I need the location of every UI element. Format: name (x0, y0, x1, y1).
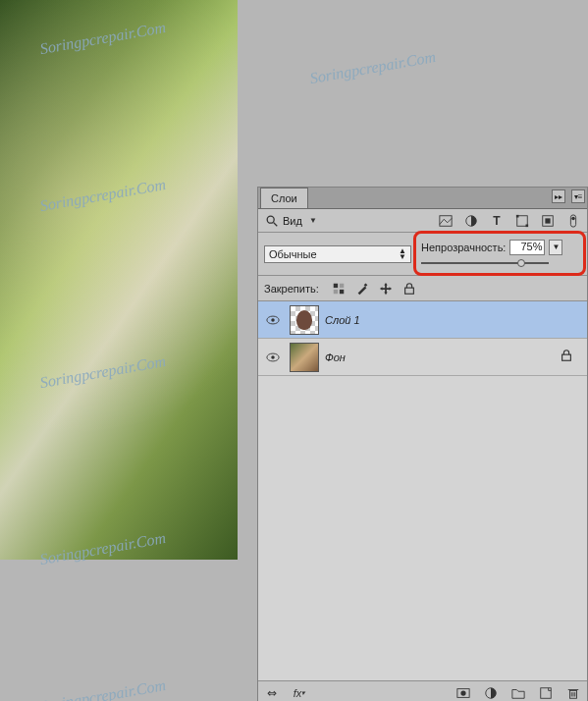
image-filter-icon[interactable] (438, 213, 454, 229)
filter-toggle-icon[interactable] (565, 213, 581, 229)
lock-brush-icon[interactable] (354, 281, 370, 297)
layer-row[interactable]: Слой 1 (258, 301, 587, 339)
magnifier-icon[interactable] (264, 213, 280, 229)
lock-all-icon[interactable] (401, 281, 417, 297)
lock-move-icon[interactable] (378, 281, 394, 297)
new-layer-icon[interactable] (538, 685, 554, 701)
opacity-slider[interactable] (421, 257, 549, 269)
layer-thumbnail[interactable] (290, 343, 319, 372)
layers-empty-area[interactable] (258, 376, 587, 680)
watermark: Soringpcrepair.Com (308, 48, 437, 87)
fx-icon[interactable]: fx▾ (292, 685, 307, 701)
svg-rect-15 (363, 283, 367, 287)
adjustment-icon[interactable] (483, 685, 499, 701)
adjust-filter-icon[interactable] (463, 213, 479, 229)
svg-rect-12 (340, 283, 344, 287)
svg-rect-16 (404, 288, 413, 294)
svg-rect-21 (562, 354, 571, 360)
panel-footer: ⇔ fx▾ (258, 680, 587, 701)
opacity-dropdown-icon[interactable]: ▼ (549, 240, 562, 255)
tab-layers-label: Слои (271, 192, 297, 204)
layer-row[interactable]: Фон (258, 339, 587, 376)
layer-name-label[interactable]: Фон (325, 351, 346, 363)
layer-filter-row: Вид ▼ T (258, 209, 587, 233)
document-image[interactable] (0, 0, 238, 560)
svg-point-10 (571, 216, 575, 220)
lock-pixels-icon[interactable] (331, 281, 347, 297)
opacity-slider-thumb[interactable] (517, 259, 525, 267)
lock-label: Закрепить: (264, 283, 319, 295)
svg-point-23 (460, 690, 465, 695)
svg-line-1 (274, 222, 278, 226)
visibility-eye-icon[interactable] (265, 312, 281, 328)
svg-rect-14 (340, 289, 344, 293)
svg-rect-11 (334, 283, 338, 287)
tab-layers[interactable]: Слои (260, 188, 308, 208)
svg-point-20 (271, 355, 275, 359)
text-filter-icon[interactable]: T (489, 213, 505, 229)
shape-filter-icon[interactable] (514, 213, 530, 229)
layer-thumbnail[interactable] (290, 305, 319, 335)
filter-kind-label[interactable]: Вид (283, 215, 302, 227)
svg-rect-6 (526, 224, 529, 227)
visibility-eye-icon[interactable] (265, 350, 281, 365)
select-arrows-icon: ▲▼ (399, 248, 406, 260)
layers-panel: Слои ▸▸ ▾≡ Вид ▼ T Обычные ▲▼ (257, 187, 588, 701)
opacity-label: Непрозрачность: (421, 242, 506, 253)
opacity-input[interactable]: 75% (509, 240, 545, 255)
panel-menu-icon[interactable]: ▾≡ (571, 189, 585, 203)
svg-point-18 (271, 318, 275, 322)
collapse-icon[interactable]: ▸▸ (552, 189, 565, 203)
svg-point-0 (267, 216, 274, 223)
panel-tab-bar: Слои ▸▸ ▾≡ (258, 188, 587, 209)
layers-list: Слой 1 Фон (258, 301, 587, 680)
layer-name-label[interactable]: Слой 1 (325, 314, 360, 326)
blend-mode-value: Обычные (269, 248, 317, 260)
chevron-down-icon[interactable]: ▼ (305, 213, 321, 229)
canvas-area[interactable] (0, 0, 257, 701)
lock-row: Закрепить: (258, 276, 587, 301)
trash-icon[interactable] (565, 685, 581, 701)
svg-rect-25 (541, 687, 552, 698)
mask-icon[interactable] (455, 685, 471, 701)
svg-rect-8 (545, 218, 550, 223)
svg-rect-13 (334, 289, 338, 293)
blend-opacity-row: Обычные ▲▼ Непрозрачность: 75% ▼ (258, 233, 587, 276)
layer-locked-icon[interactable] (560, 349, 573, 365)
blend-mode-select[interactable]: Обычные ▲▼ (264, 245, 411, 263)
svg-rect-5 (516, 214, 519, 217)
link-icon[interactable]: ⇔ (264, 685, 280, 701)
smart-filter-icon[interactable] (540, 213, 556, 229)
group-icon[interactable] (510, 685, 526, 701)
